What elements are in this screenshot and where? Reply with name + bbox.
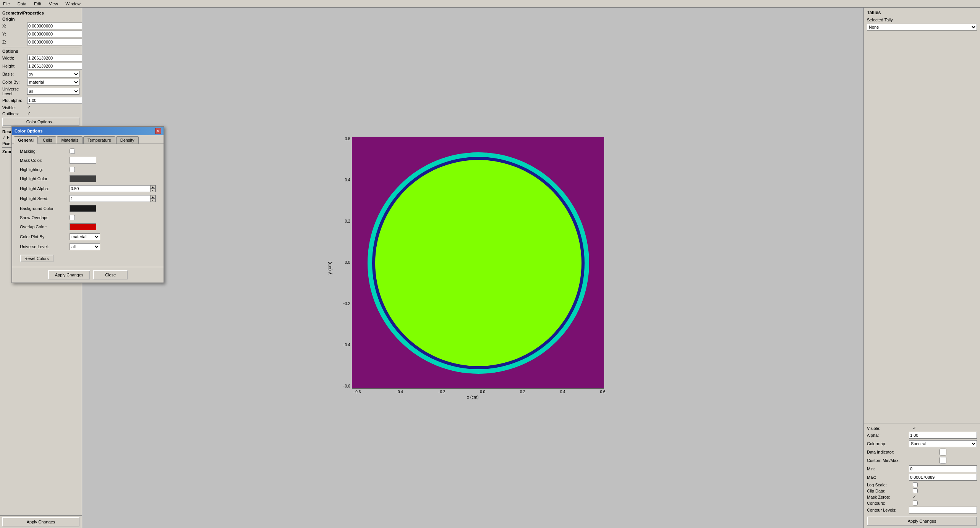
overlap-color-label: Overlap Color: (20, 224, 70, 229)
max-label: Max: (867, 475, 909, 480)
dialog-tabs: General Cells Materials Temperature Dens… (12, 135, 164, 144)
y-input[interactable] (28, 32, 82, 36)
custom-min-max-label: Custom Min/Max: (867, 458, 909, 463)
menu-window[interactable]: Window (64, 2, 82, 6)
highlighting-checkbox[interactable] (70, 167, 75, 172)
color-by-dropdown-wrapper[interactable]: materialcelltemperaturedensity (27, 79, 79, 86)
show-overlaps-checkbox[interactable] (70, 215, 75, 220)
masking-checkbox[interactable] (70, 149, 75, 154)
basis-dropdown-wrapper[interactable]: xyxzyz (27, 71, 79, 78)
x-tick-0.6: 0.6 (600, 390, 606, 394)
tab-temperature[interactable]: Temperature (83, 136, 115, 144)
center-plot-area: y (cm) 0.6 0.4 0.2 0.0 −0.2 −0.4 −0.6 (82, 8, 863, 528)
plot-alpha-input[interactable] (28, 98, 82, 103)
mask-color-swatch[interactable] (70, 157, 96, 164)
dialog-universe-level-wrapper[interactable]: all01 (70, 243, 100, 250)
height-field[interactable]: ▲ ▼ (27, 63, 82, 69)
plot-svg (352, 137, 604, 389)
contours-checkbox[interactable] (913, 501, 918, 505)
highlight-alpha-up[interactable]: ▲ (150, 185, 156, 189)
overlap-color-swatch[interactable] (70, 223, 96, 230)
plot-alpha-field[interactable]: ▲ ▼ (27, 97, 82, 104)
show-overlaps-label: Show Overlaps: (20, 215, 70, 220)
geometry-properties-title: Geometry/Properties (2, 11, 79, 15)
right-panel: Tallies Selected Tally None Visible: ✓ A… (863, 8, 980, 528)
height-input[interactable] (28, 64, 82, 68)
highlight-seed-input[interactable] (70, 196, 150, 201)
z-label: Z: (2, 40, 27, 44)
contour-levels-label: Contour Levels: (867, 508, 909, 512)
reset-colors-button[interactable]: Reset Colors (20, 255, 53, 262)
visible-label: Visible: (2, 105, 27, 110)
right-alpha-input[interactable] (909, 432, 977, 439)
max-input[interactable] (909, 474, 977, 481)
highlight-color-swatch[interactable] (70, 175, 96, 182)
tab-density[interactable]: Density (116, 136, 139, 144)
x-tick-0.2: 0.2 (520, 390, 525, 394)
menu-edit[interactable]: Edit (32, 2, 43, 6)
dialog-apply-changes-button[interactable]: Apply Changes (48, 270, 91, 279)
y-axis-label: y (cm) (327, 262, 332, 274)
right-alpha-label: Alpha: (867, 433, 909, 438)
clip-data-checkbox[interactable] (913, 488, 918, 493)
x-field[interactable]: ▲ ▼ (27, 23, 82, 29)
custom-min-max-checkbox[interactable] (909, 457, 977, 464)
width-field[interactable]: ▲ ▼ (27, 55, 82, 61)
contour-levels-input[interactable] (909, 507, 977, 513)
min-input[interactable] (909, 465, 977, 472)
universe-level-dropdown-wrapper[interactable]: all01 (27, 88, 79, 95)
z-field[interactable]: ▲ ▼ (27, 39, 82, 45)
clip-data-label: Clip Data: (867, 489, 913, 493)
plot-alpha-label: Plot alpha: (2, 98, 27, 103)
dialog-title: Color Options (15, 129, 42, 133)
width-input[interactable] (28, 56, 82, 60)
x-input[interactable] (28, 24, 82, 28)
visible-check: ✓ (27, 105, 31, 110)
colormap-select[interactable]: Spectralviridisplasmainferno (909, 440, 977, 447)
dialog-close-footer-button[interactable]: Close (93, 270, 128, 279)
dialog-titlebar: Color Options ✕ (12, 127, 164, 135)
highlight-alpha-field[interactable]: ▲ ▼ (70, 185, 156, 192)
highlight-seed-down[interactable]: ▼ (150, 199, 156, 202)
pixel-label: Pixel (2, 141, 11, 146)
color-by-label: Color By: (2, 80, 27, 84)
options-section-title: Options (2, 49, 79, 53)
tab-cells[interactable]: Cells (39, 136, 56, 144)
menu-data[interactable]: Data (16, 2, 28, 6)
highlight-seed-up[interactable]: ▲ (150, 195, 156, 199)
svg-point-3 (375, 160, 582, 366)
x-tick--0.2: −0.2 (438, 390, 445, 394)
highlight-seed-label: Highlight Seed: (20, 196, 70, 201)
right-apply-changes-button[interactable]: Apply Changes (867, 517, 977, 526)
color-plot-by-select[interactable]: materialcell (70, 234, 100, 239)
left-apply-changes-button[interactable]: Apply Changes (2, 517, 79, 526)
universe-level-select[interactable]: all01 (28, 88, 79, 94)
color-by-select[interactable]: materialcelltemperaturedensity (28, 79, 79, 85)
highlight-alpha-input[interactable] (70, 185, 150, 192)
y-field[interactable]: ▲ ▼ (27, 31, 82, 37)
z-input[interactable] (28, 40, 82, 44)
height-label: Height: (2, 64, 27, 68)
tallies-title: Tallies (867, 10, 977, 15)
selected-tally-select[interactable]: None (867, 24, 977, 31)
background-color-swatch[interactable] (70, 205, 96, 212)
x-label: X: (2, 24, 27, 28)
color-options-button[interactable]: Color Options... (2, 118, 79, 126)
menu-file[interactable]: File (2, 2, 11, 6)
highlight-alpha-down[interactable]: ▼ (150, 189, 156, 192)
dialog-universe-level-select[interactable]: all01 (70, 244, 100, 249)
tab-general[interactable]: General (14, 136, 38, 144)
highlight-seed-field[interactable]: ▲ ▼ (70, 195, 156, 202)
data-indicator-checkbox[interactable] (909, 449, 977, 455)
menu-view[interactable]: View (47, 2, 60, 6)
menu-bar: File Data Edit View Window (0, 0, 980, 8)
log-scale-checkbox[interactable] (913, 482, 918, 487)
basis-select[interactable]: xyxzyz (28, 71, 79, 77)
dialog-close-button[interactable]: ✕ (155, 128, 161, 134)
outlines-label: Outlines: (2, 111, 27, 116)
color-plot-by-wrapper[interactable]: materialcell (70, 233, 100, 240)
y-tick-0.6: 0.6 (345, 137, 350, 141)
color-plot-by-label: Color Plot By: (20, 234, 70, 239)
tab-materials[interactable]: Materials (57, 136, 83, 144)
mask-color-label: Mask Color: (20, 158, 70, 163)
